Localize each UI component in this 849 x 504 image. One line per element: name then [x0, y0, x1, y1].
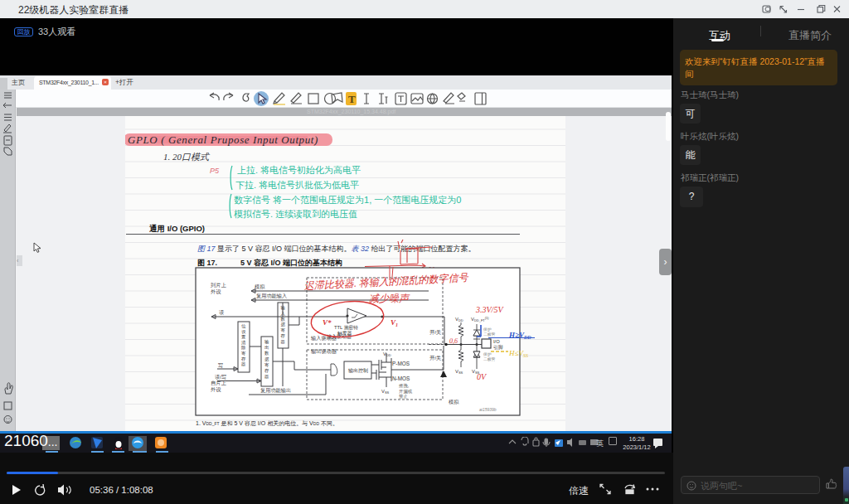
svg-text:TTL 施密特: TTL 施密特: [334, 325, 358, 331]
svg-text:5 V 容忍 I/O 端口位的基本结构: 5 V 容忍 I/O 端口位的基本结构: [240, 259, 342, 267]
svg-text:I/O: I/O: [493, 339, 500, 344]
svg-text:到片上: 到片上: [211, 282, 226, 288]
svg-text:减少噪声: 减少噪声: [369, 293, 410, 304]
svg-text:二极管: 二极管: [483, 332, 496, 337]
svg-text:H≥VDD: H≥VDD: [508, 331, 531, 340]
svg-text:GPLO ( General Prupose Input O: GPLO ( General Prupose Input Output): [128, 133, 318, 146]
svg-text:读/写: 读/写: [215, 374, 226, 380]
svg-text:模拟: 模拟: [255, 284, 265, 289]
svg-text:二极管: 二极管: [483, 356, 496, 362]
svg-text:输出控制: 输出控制: [348, 368, 368, 374]
svg-text:P-MOS: P-MOS: [392, 361, 410, 366]
svg-text:数字信号 将一个范围电压规定为1, 一个范围电压规定为0: 数字信号 将一个范围电压规定为1, 一个范围电压规定为0: [234, 195, 461, 205]
svg-text:禁止: 禁止: [399, 394, 408, 400]
svg-text:0V: 0V: [477, 372, 488, 381]
svg-text:输出驱动器: 输出驱动器: [311, 348, 337, 355]
svg-text:读: 读: [219, 309, 224, 315]
svg-text:T: T: [348, 93, 356, 105]
svg-text:模拟: 模拟: [449, 399, 459, 405]
svg-text:上拉. 将电信号初始化为高电平: 上拉. 将电信号初始化为高电平: [237, 165, 361, 175]
svg-text:模拟信号. 连续读取到的电压值: 模拟信号. 连续读取到的电压值: [234, 209, 357, 219]
svg-text:0,6: 0,6: [449, 337, 458, 345]
svg-text:N-MOS: N-MOS: [392, 376, 410, 381]
svg-text:通用 I/O (GPIO): 通用 I/O (GPIO): [149, 224, 205, 233]
svg-text:1. VDD_FT 是和 5 V 容忍 I/O 相关的电: 1. VDD_FT 是和 5 V 容忍 I/O 相关的电位。与 VDD 不同。: [196, 419, 338, 427]
svg-text:图 17.: 图 17.: [197, 259, 217, 267]
svg-text:复用功能输出: 复用功能输出: [260, 387, 291, 394]
svg-text:下拉. 将电信号扒批低为低电平: 下拉. 将电信号扒批低为低电平: [235, 180, 359, 190]
svg-text:保护: 保护: [483, 327, 492, 332]
svg-text:开/关: 开/关: [429, 329, 441, 335]
svg-text:1. 20口模式: 1. 20口模式: [163, 152, 211, 162]
svg-text:H≤VSS: H≤VSS: [508, 349, 528, 358]
svg-text:外设: 外设: [211, 386, 221, 392]
svg-text:复用功能输入: 复用功能输入: [256, 293, 287, 299]
svg-text:英: 英: [596, 439, 604, 448]
svg-text:输出数据寄存器: 输出数据寄存器: [264, 339, 269, 379]
svg-text:外设: 外设: [211, 288, 221, 294]
svg-text:写: 写: [218, 362, 223, 368]
svg-text:引脚: 引脚: [493, 344, 503, 351]
svg-text:保护: 保护: [483, 351, 492, 356]
svg-text:位设置清除寄存器: 位设置清除寄存器: [241, 323, 246, 366]
svg-text:3.3V/5V: 3.3V/5V: [475, 305, 504, 314]
svg-text:ai15939b: ai15939b: [479, 407, 497, 412]
svg-text:开/关: 开/关: [429, 355, 441, 361]
svg-text:V*: V*: [323, 318, 332, 327]
svg-text:P5: P5: [210, 167, 220, 175]
svg-text:图 17 显示了 5 V 容忍 I/O 端口位的基本结构。表: 图 17 显示了 5 V 容忍 I/O 端口位的基本结构。表 32 给出了可能的…: [197, 245, 476, 253]
